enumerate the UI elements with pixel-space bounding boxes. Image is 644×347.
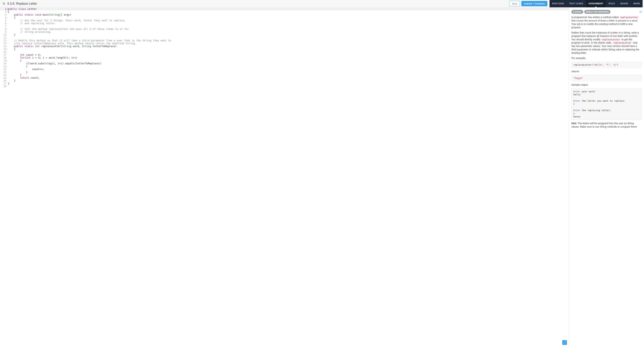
code-area[interactable]: public class Letter{ public static void … xyxy=(8,7,569,347)
tab-grade[interactable]: GRADE xyxy=(618,0,631,7)
gear-icon[interactable] xyxy=(2,2,6,5)
submit-continue-button[interactable]: Submit + Continue xyxy=(521,1,547,6)
assignment-paragraph: For example, xyxy=(572,56,642,60)
returns-label: returns xyxy=(572,70,642,73)
tab-run-code[interactable]: RUN CODE xyxy=(550,0,566,7)
topbar: 4.3.6: Replace Letter Save Submit + Cont… xyxy=(0,0,644,7)
popout-icon[interactable] xyxy=(639,10,642,13)
assignment-paragraph: A programmer has written a method called… xyxy=(572,16,642,29)
sample-output-label: Sample output: xyxy=(572,83,642,86)
save-button[interactable]: Save xyxy=(509,1,520,6)
tab-docs[interactable]: DOCS xyxy=(606,0,618,7)
points-badge: 5 points xyxy=(572,10,583,14)
expand-icon[interactable] xyxy=(562,340,567,345)
assignment-paragraph: Rather than count the instances of a let… xyxy=(572,31,642,55)
tab-test-cases[interactable]: TEST CASES xyxy=(567,0,586,7)
tab-assignment[interactable]: ASSIGNMENT xyxy=(586,0,606,7)
code-editor[interactable]: 1234567891011121314151617181920212223242… xyxy=(0,7,569,347)
tab-more[interactable]: MORE xyxy=(631,0,642,7)
hint-paragraph: Hint: The letters will be assigned from … xyxy=(572,122,642,128)
assignment-panel: 5 points Status: Not Submitted A program… xyxy=(569,7,644,347)
status-badge: Status: Not Submitted xyxy=(584,10,610,14)
sample-output-block: Enter your word: hello Enter the letter … xyxy=(572,88,642,120)
code-inline: replaceLetter xyxy=(601,38,621,41)
code-inline: replaceLetter xyxy=(619,16,639,19)
page-title: 4.3.6: Replace Letter xyxy=(7,2,37,6)
code-inline: replaceLetter xyxy=(612,41,632,44)
example-return-block: "heyyo" xyxy=(572,75,642,81)
right-tabs: RUN CODE TEST CASES ASSIGNMENT DOCS GRAD… xyxy=(550,0,642,7)
line-gutter: 1234567891011121314151617181920212223242… xyxy=(0,7,8,347)
example-call-block: replaceLetter("hello", "l", "y") xyxy=(572,62,642,68)
